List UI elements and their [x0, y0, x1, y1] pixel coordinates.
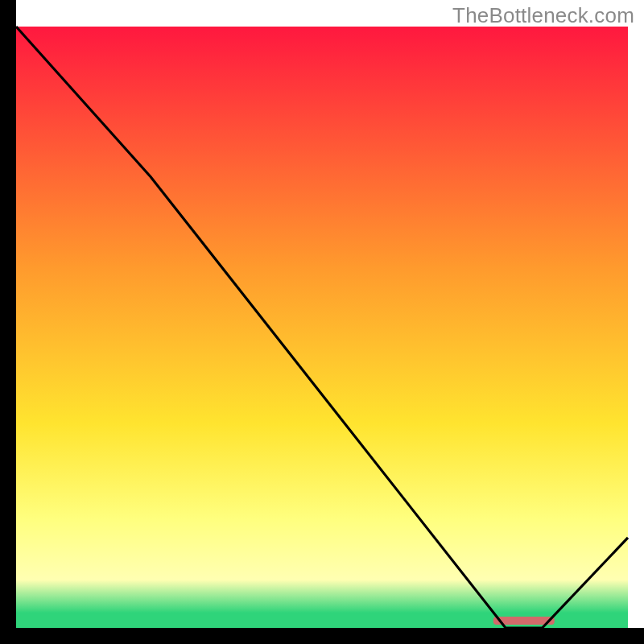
axis-bottom: [0, 628, 644, 644]
chart-container: { "watermark": "TheBottleneck.com", "col…: [0, 0, 644, 644]
watermark-text: TheBottleneck.com: [452, 3, 634, 28]
axis-left: [0, 0, 16, 644]
gradient-background: [16, 27, 628, 628]
bottleneck-chart: [0, 0, 644, 644]
